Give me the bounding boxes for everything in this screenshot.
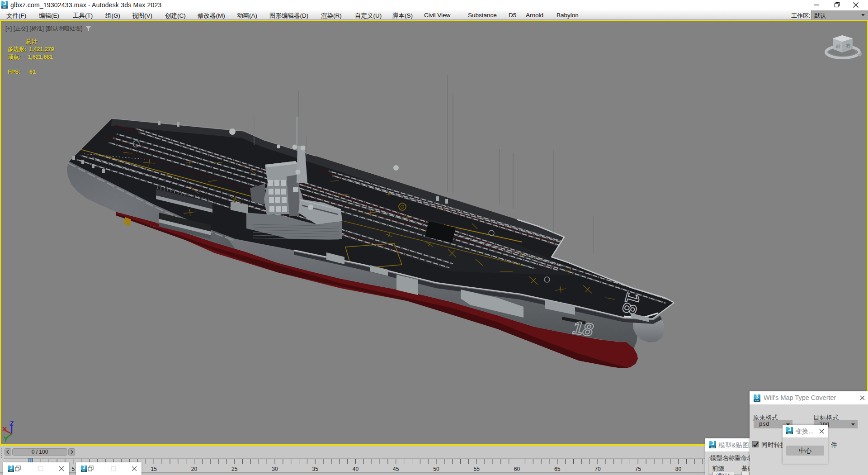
- svg-text:右: 右: [846, 43, 850, 48]
- svg-text:75: 75: [635, 466, 642, 472]
- svg-text:20: 20: [191, 466, 198, 472]
- svg-text:25: 25: [231, 466, 238, 472]
- svg-text:55: 55: [474, 466, 480, 472]
- svg-text:70: 70: [594, 466, 601, 472]
- svg-text:40: 40: [353, 466, 359, 472]
- svg-text:35: 35: [312, 466, 319, 472]
- svg-text:80: 80: [675, 466, 682, 472]
- svg-text:5: 5: [71, 466, 75, 472]
- svg-text:15: 15: [151, 466, 157, 472]
- svg-text:65: 65: [554, 466, 561, 472]
- svg-text:30: 30: [272, 466, 278, 472]
- svg-text:前: 前: [836, 44, 840, 49]
- svg-text:60: 60: [514, 466, 520, 472]
- svg-text:45: 45: [393, 466, 399, 472]
- svg-text:50: 50: [433, 466, 439, 472]
